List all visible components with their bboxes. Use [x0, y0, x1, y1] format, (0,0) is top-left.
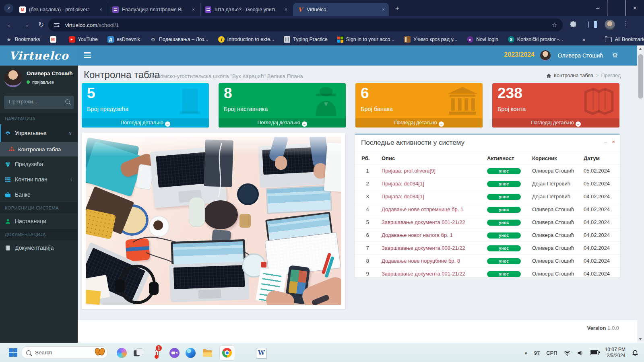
navbar-username[interactable]: Оливера Стошић: [558, 52, 603, 59]
collapse-icon[interactable]: –: [604, 139, 607, 145]
window-maximize-button[interactable]: [607, 0, 625, 16]
bookmark-item-ucimo[interactable]: Учимо кроз рад у...: [404, 36, 457, 43]
navbar-avatar[interactable]: [540, 50, 551, 61]
window-close-button[interactable]: ×: [625, 0, 644, 16]
site-settings-icon[interactable]: [54, 23, 60, 27]
all-bookmarks-button[interactable]: All Bookmarks: [605, 37, 644, 42]
sidebar-item-chart-of-accounts[interactable]: Контни план ‹: [0, 172, 78, 187]
tab-search-button[interactable]: ∨: [4, 4, 13, 13]
tray-chevron-icon[interactable]: ∧: [524, 350, 528, 356]
star-icon: ★: [6, 36, 12, 43]
bookmark-item-novi-login[interactable]: nNovi login: [467, 36, 498, 43]
clipchamp-icon[interactable]: [169, 348, 180, 358]
bookmark-item-esdnevnik[interactable]: ДesDnevnik: [107, 36, 140, 43]
breadcrumb-current: Преглед: [601, 73, 621, 78]
edge-icon[interactable]: [186, 348, 196, 358]
forward-button[interactable]: →: [21, 20, 31, 30]
snipping-tool-icon[interactable]: [133, 348, 143, 358]
window-minimize-button[interactable]: –: [588, 0, 607, 16]
tab-close-icon[interactable]: ×: [285, 7, 287, 12]
bookmark-item-settings[interactable]: ⚙Подешавања – Лоз...: [150, 36, 208, 43]
taskbar-clock[interactable]: 10:07 PM2/5/2024: [605, 347, 625, 359]
sitemap-icon: [9, 146, 14, 152]
activity-link[interactable]: Пријава: prof.olivera[9]: [382, 168, 436, 174]
scroll-down-arrow[interactable]: [639, 338, 642, 340]
sidebar-section-users: КОРИСНИЦИ СИСТЕМА: [0, 202, 78, 214]
tab-close-icon[interactable]: ×: [192, 7, 195, 12]
settings-gears-icon[interactable]: ⚙: [612, 51, 618, 59]
sidebar-search[interactable]: [4, 96, 74, 109]
activity-link[interactable]: Завршавање документа 001-21/22: [382, 271, 465, 277]
browser-tab-forms-1[interactable]: Евалуација платформе Виртуе ×: [108, 3, 199, 16]
list-icon: [5, 177, 11, 183]
sidebar-item-companies[interactable]: Предузећа: [0, 156, 78, 172]
reload-button[interactable]: ↻: [36, 20, 46, 30]
battery-icon[interactable]: [590, 350, 599, 355]
page-scrollbar[interactable]: [637, 45, 644, 343]
user-name: Оливера Стошић: [27, 70, 73, 76]
file-explorer-icon[interactable]: [202, 349, 213, 359]
side-panel-icon[interactable]: [588, 21, 597, 28]
back-button[interactable]: ←: [6, 20, 15, 30]
sidebar-item-teachers[interactable]: Наставници: [0, 214, 78, 229]
activity-link[interactable]: Завршавање документа 001-21/22: [382, 219, 465, 225]
bookmark-item-introduction[interactable]: iIntroduction to exte...: [218, 36, 275, 43]
tray-number[interactable]: 97: [534, 350, 540, 356]
start-button[interactable]: [9, 348, 17, 357]
address-bar[interactable]: virtuelco.com/school/1 ☆: [48, 19, 563, 31]
browser-tab-virtuelco-active[interactable]: V Virtuelco ×: [293, 3, 389, 16]
bookmark-item-korisnicki[interactable]: SKorisnički prostor -...: [508, 36, 563, 43]
copilot-icon[interactable]: [117, 348, 127, 358]
browser-menu-icon[interactable]: ⋮: [622, 20, 630, 30]
weather-icon[interactable]: 1: [151, 349, 161, 359]
card-footer-link[interactable]: Погледај детаљно→: [355, 118, 483, 128]
breadcrumb: Контролна табла > Преглед: [546, 73, 621, 78]
browser-tab-forms-2[interactable]: Шта даље? - Google упитници ×: [200, 3, 291, 16]
extensions-icon[interactable]: [569, 21, 577, 29]
activity-link[interactable]: Додавање новог налога бр. 1: [382, 232, 453, 238]
page-subtitle: Економско-угоститељска школа "Вук Караџи…: [148, 73, 303, 79]
bookmark-star-icon[interactable]: ☆: [552, 21, 557, 29]
sidebar-item-dashboard[interactable]: Контролна табла: [0, 142, 78, 156]
taskbar-search[interactable]: Search: [21, 346, 108, 359]
sidebar-toggle-icon[interactable]: [84, 52, 91, 58]
bookmark-label: Учимо кроз рад у...: [413, 37, 457, 42]
bookmark-item-youtube[interactable]: ▶YouTube: [69, 36, 98, 43]
app-logo[interactable]: Virtuelco: [0, 45, 78, 66]
new-tab-button[interactable]: +: [392, 4, 402, 13]
bookmark-item-typing[interactable]: Typing Practice: [284, 36, 327, 43]
sidebar-item-documentation[interactable]: Документација: [0, 240, 78, 255]
wifi-icon[interactable]: [564, 350, 571, 356]
bookmark-item-gmail[interactable]: M: [50, 36, 59, 43]
scrollbar-thumb[interactable]: [638, 54, 643, 99]
bookmark-item-bookmarks[interactable]: ★Bookmarks: [6, 36, 40, 43]
card-footer-link[interactable]: Погледај детаљно→: [82, 118, 209, 128]
close-icon[interactable]: ×: [612, 139, 615, 145]
card-footer-link[interactable]: Погледај детаљно→: [492, 118, 619, 128]
activity-link[interactable]: Пријава: de034[1]: [382, 181, 424, 187]
scroll-up-arrow[interactable]: [639, 48, 642, 50]
bookmark-item-signin[interactable]: Sign in to your acco...: [337, 37, 394, 43]
chrome-taskbar-button[interactable]: [219, 345, 235, 361]
activity-link[interactable]: Пријава: de034[1]: [382, 193, 424, 200]
notification-bell-icon[interactable]: [632, 350, 638, 356]
activity-link[interactable]: Додавање нове отпремнице бр. 1: [382, 206, 463, 212]
search-input[interactable]: [8, 98, 60, 105]
language-indicator[interactable]: СРП: [546, 350, 557, 356]
bookmarks-overflow-button[interactable]: »: [582, 36, 586, 43]
browser-profile-avatar[interactable]: [605, 20, 615, 30]
sidebar-item-banks[interactable]: Банке: [0, 187, 78, 202]
activity-link[interactable]: Завршавање документа 008-21/22: [382, 245, 465, 251]
volume-icon[interactable]: [577, 350, 584, 356]
tab-close-icon[interactable]: ×: [382, 7, 385, 12]
browser-tab-gmail[interactable]: M (без наслова) - prof.olivera.stos ×: [15, 3, 106, 16]
tab-close-icon[interactable]: ×: [99, 7, 102, 12]
activity-link[interactable]: Додавање нове поруџбине бр. 8: [382, 258, 460, 264]
breadcrumb-root[interactable]: Контролна табла: [554, 73, 594, 78]
card-footer-link[interactable]: Погледај детаљно→: [219, 118, 346, 128]
word-icon[interactable]: W: [256, 348, 267, 359]
status-badge: унос: [487, 220, 521, 226]
stat-value: 238: [497, 85, 522, 102]
search-icon[interactable]: [65, 99, 70, 104]
sidebar-item-manage[interactable]: Управљање ∨: [0, 124, 78, 142]
